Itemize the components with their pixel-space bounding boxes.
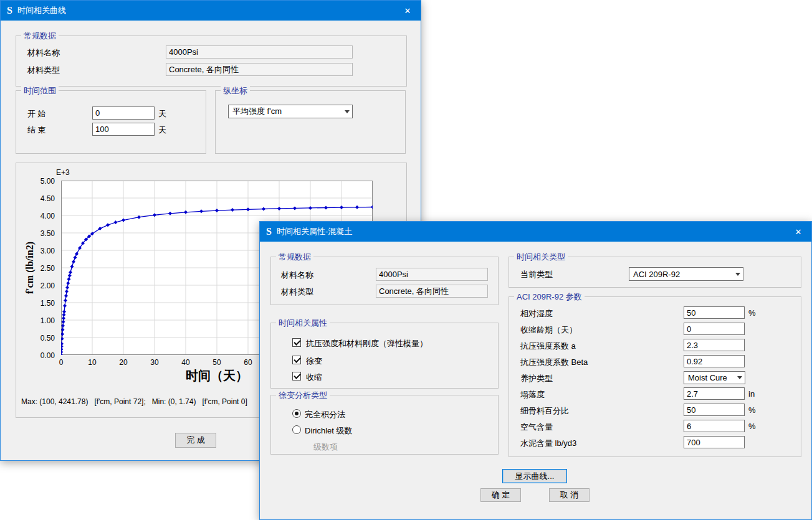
x-tick-label: 0 <box>59 358 64 367</box>
air-content-unit: % <box>748 422 756 431</box>
air-content-input[interactable] <box>684 420 745 432</box>
slump-unit: in <box>748 389 755 399</box>
time-range-group: 时间范围 开 始 天 结 束 天 <box>16 90 206 154</box>
general-data-group: 常规数据 材料名称 材料类型 <box>16 35 407 87</box>
strength-coeff-a-label: 抗压强度系数 a <box>520 341 576 352</box>
air-content-label: 空气含量 <box>520 422 553 433</box>
fine-aggregate-input[interactable] <box>684 404 745 416</box>
done-button[interactable]: 完 成 <box>175 433 216 448</box>
group-title: 纵坐标 <box>221 85 250 97</box>
props-dialog-body: 常规数据 材料名称 材料类型 时间相关属性 抗压强度和材料刚度（弹性模量） 徐变… <box>260 242 811 519</box>
x-tick-label: 20 <box>119 358 127 367</box>
general-data-group: 常规数据 材料名称 材料类型 <box>270 257 499 305</box>
start-label: 开 始 <box>27 108 46 120</box>
ok-button[interactable]: 确 定 <box>480 488 521 502</box>
x-tick-label: 40 <box>181 358 189 367</box>
time-dependent-props-group: 时间相关属性 抗压强度和材料刚度（弹性模量） 徐变 收缩 <box>270 323 499 389</box>
shrinkage-checkbox[interactable] <box>292 372 301 381</box>
y-tick-label: 2.50 <box>41 264 55 273</box>
cure-type-select[interactable]: Moist Cure <box>684 371 745 384</box>
vertical-axis-group: 纵坐标 平均强度 f'cm <box>215 90 406 154</box>
shrinkage-age-label: 收缩龄期（天） <box>520 324 577 336</box>
group-title: 徐变分析类型 <box>276 390 330 401</box>
current-type-selected-value: ACI 209R-92 <box>633 270 733 279</box>
y-tick-label: 1.50 <box>41 299 55 308</box>
strength-stiffness-label: 抗压强度和材料刚度（弹性模量） <box>306 338 427 349</box>
y-tick-label: 5.00 <box>41 177 55 186</box>
group-title: 常规数据 <box>276 252 313 263</box>
sap2000-logo-icon: S <box>7 5 12 16</box>
material-name-label: 材料名称 <box>27 47 60 59</box>
group-title: ACI 209R-92 参数 <box>514 291 585 303</box>
series-terms-label: 级数项 <box>313 442 338 453</box>
x-tick-label: 50 <box>213 358 221 367</box>
group-title: 时间相关属性 <box>276 318 330 329</box>
time-dependent-properties-dialog: S 时间相关属性-混凝土 ✕ 常规数据 材料名称 材料类型 时间相关属性 抗压强… <box>259 221 812 520</box>
full-integration-label: 完全积分法 <box>305 409 345 420</box>
shrinkage-age-input[interactable] <box>684 323 745 335</box>
dirichlet-series-radio[interactable] <box>292 425 301 434</box>
y-tick-label: 3.00 <box>41 247 55 255</box>
strength-coeff-beta-input[interactable] <box>684 355 745 367</box>
group-title: 时间范围 <box>21 85 59 97</box>
curve-dialog-titlebar[interactable]: S 时间相关曲线 ✕ <box>1 1 421 21</box>
chevron-down-icon <box>735 273 740 276</box>
cure-type-selected-value: Moist Cure <box>688 373 735 382</box>
end-day-unit-label: 天 <box>158 125 166 136</box>
relative-humidity-label: 相对湿度 <box>520 308 553 319</box>
y-tick-label: 2.00 <box>41 281 55 290</box>
props-dialog-title: 时间相关属性-混凝土 <box>277 226 352 237</box>
x-tick-label: 60 <box>244 358 252 367</box>
full-integration-radio[interactable] <box>292 409 301 418</box>
dirichlet-series-label: Dirichlet 级数 <box>305 425 353 437</box>
y-tick-label: 1.00 <box>41 316 55 325</box>
y-axis-tick-labels: 0.000.501.001.502.002.503.003.504.004.50… <box>24 181 57 362</box>
close-icon[interactable]: ✕ <box>785 222 811 242</box>
cement-content-label: 水泥含量 lb/yd3 <box>520 438 576 449</box>
creep-checkbox[interactable] <box>292 356 301 364</box>
material-name-field <box>166 45 353 59</box>
fine-aggregate-unit: % <box>748 405 756 415</box>
aci-parameters-group: ACI 209R-92 参数 相对湿度 % 收缩龄期（天） 抗压强度系数 a 抗… <box>509 296 801 457</box>
props-dialog-titlebar[interactable]: S 时间相关属性-混凝土 ✕ <box>260 222 811 242</box>
end-day-input[interactable] <box>92 123 155 136</box>
y-tick-label: 0.00 <box>41 351 55 360</box>
material-type-field <box>166 63 353 76</box>
current-type-label: 当前类型 <box>520 269 553 280</box>
material-type-label: 材料类型 <box>27 65 60 76</box>
relative-humidity-input[interactable] <box>684 306 745 319</box>
cure-type-label: 养护类型 <box>520 373 553 384</box>
cement-content-input[interactable] <box>684 436 745 448</box>
sap2000-logo-icon: S <box>266 226 272 237</box>
chevron-down-icon <box>345 110 350 113</box>
x-tick-label: 10 <box>88 358 96 367</box>
slump-label: 塌落度 <box>520 389 545 400</box>
time-dependent-type-group: 时间相关类型 当前类型 ACI 209R-92 <box>509 257 801 288</box>
start-day-input[interactable] <box>92 106 155 120</box>
shrinkage-label: 收缩 <box>306 372 322 383</box>
strength-coeff-a-input[interactable] <box>684 339 745 351</box>
vertical-axis-select[interactable]: 平均强度 f'cm <box>228 105 353 118</box>
current-type-select[interactable]: ACI 209R-92 <box>629 267 743 281</box>
strength-coeff-beta-label: 抗压强度系数 Beta <box>520 357 588 368</box>
vertical-axis-selected-value: 平均强度 f'cm <box>232 106 342 117</box>
show-curve-button[interactable]: 显示曲线... <box>502 469 567 483</box>
cancel-button[interactable]: 取 消 <box>549 488 590 502</box>
group-title: 时间相关类型 <box>514 252 568 263</box>
fine-aggregate-label: 细骨料百分比 <box>520 405 569 417</box>
slump-input[interactable] <box>684 387 745 400</box>
y-tick-label: 3.50 <box>41 229 55 238</box>
y-axis-multiplier-label: E+3 <box>56 168 70 177</box>
y-tick-label: 4.00 <box>41 212 55 220</box>
close-icon[interactable]: ✕ <box>394 1 421 21</box>
strength-stiffness-checkbox[interactable] <box>292 338 301 347</box>
desktop: S 时间相关曲线 ✕ 常规数据 材料名称 材料类型 时间范围 开 始 天 结 束… <box>0 0 812 520</box>
creep-analysis-type-group: 徐变分析类型 完全积分法 Dirichlet 级数 级数项 <box>270 395 499 455</box>
y-tick-label: 0.50 <box>41 334 55 343</box>
relative-humidity-unit: % <box>748 308 756 318</box>
x-tick-label: 30 <box>150 358 158 367</box>
y-tick-label: 4.50 <box>41 194 55 203</box>
curve-minmax-stats: Max: (100, 4241.78) [f'cm, Point 72]; Mi… <box>21 397 247 406</box>
material-type-field <box>376 285 488 298</box>
material-name-field <box>376 268 488 281</box>
